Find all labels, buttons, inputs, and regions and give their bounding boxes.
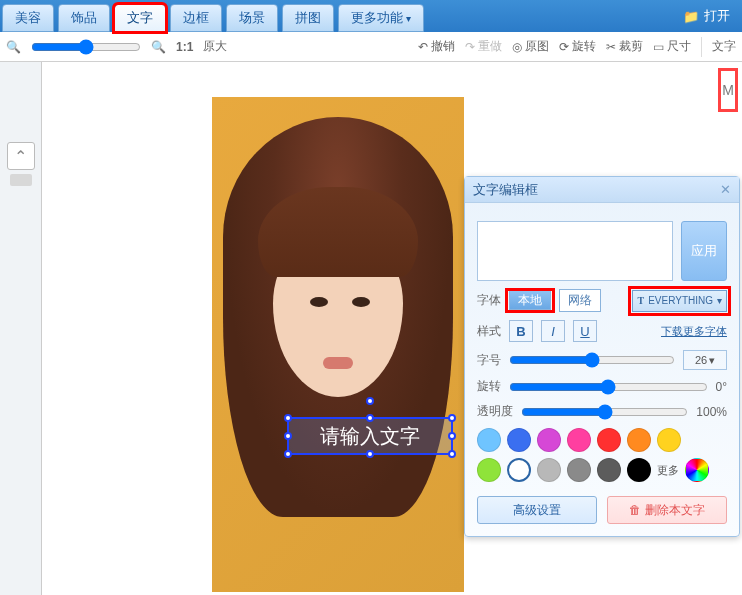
panel-title: 文字编辑框 [473,181,538,199]
handle-bm[interactable] [366,450,374,458]
font-label: 字体 [477,292,501,309]
tab-beauty[interactable]: 美容 [2,4,54,32]
handle-mr[interactable] [448,432,456,440]
zoom-in-icon[interactable]: 🔍 [151,40,166,54]
handle-tr[interactable] [448,414,456,422]
tab-text[interactable]: 文字 [114,4,166,32]
handle-ml[interactable] [284,432,292,440]
rotate-slider[interactable] [509,379,708,395]
color-swatch[interactable] [627,458,651,482]
advanced-button[interactable]: 高级设置 [477,496,597,524]
more-colors[interactable]: 更多 [657,458,679,482]
style-label: 样式 [477,323,501,340]
bold-button[interactable]: B [509,320,533,342]
font-dropdown[interactable]: T EVERYTHING ▾ [632,290,727,312]
chevron-down-icon: ▾ [717,295,722,306]
open-button[interactable]: 📁 打开 [671,0,742,32]
more-fonts-link[interactable]: 下载更多字体 [661,324,727,339]
color-swatch[interactable] [507,428,531,452]
crop-button[interactable]: ✂裁剪 [606,38,643,55]
text-input[interactable] [477,221,673,281]
handle-br[interactable] [448,450,456,458]
trash-icon: 🗑 [629,503,641,517]
close-icon[interactable]: ✕ [720,182,731,197]
color-swatch[interactable] [597,458,621,482]
undo-button[interactable]: ↶撤销 [418,38,455,55]
zoom-11[interactable]: 1:1 [176,40,193,54]
toolbar: 🔍 🔍 1:1 原大 ↶撤销 ↷重做 ◎原图 ⟳旋转 ✂裁剪 ▭尺寸 文字 [0,32,742,62]
color-swatch[interactable] [477,458,501,482]
handle-bl[interactable] [284,450,292,458]
color-swatches [477,428,727,452]
seg-network[interactable]: 网络 [559,289,601,312]
size-label: 字号 [477,352,501,369]
color-picker-icon[interactable] [685,458,709,482]
zoom-slider[interactable] [31,39,141,55]
color-swatch[interactable] [597,428,621,452]
top-tabs-bar: 美容 饰品 文字 边框 场景 拼图 更多功能▾ 📁 打开 [0,0,742,32]
text-edit-panel: 文字编辑框 ✕ 应用 字体 本地 网络 T EVERYTHING ▾ 样式 B … [464,176,740,537]
handle-tl[interactable] [284,414,292,422]
panel-thumb[interactable] [10,174,32,186]
zoom-original[interactable]: 原大 [203,38,227,55]
color-swatch[interactable] [567,458,591,482]
color-swatch[interactable] [477,428,501,452]
right-sidebar: M [718,62,742,162]
size-value[interactable]: 26▾ [683,350,727,370]
font-name: EVERYTHING [648,295,713,306]
color-swatch[interactable] [537,458,561,482]
tab-collage[interactable]: 拼图 [282,4,334,32]
rotate-button[interactable]: ⟳旋转 [559,38,596,55]
opacity-value: 100% [696,405,727,419]
text-selection-box[interactable]: 请输入文字 [287,417,453,455]
tab-accessory[interactable]: 饰品 [58,4,110,32]
handle-rotate[interactable] [366,397,374,405]
tab-scene[interactable]: 场景 [226,4,278,32]
italic-button[interactable]: I [541,320,565,342]
size-button[interactable]: ▭尺寸 [653,38,691,55]
left-panel: ⌃ [0,62,42,595]
zoom-out-icon[interactable]: 🔍 [6,40,21,54]
original-button[interactable]: ◎原图 [512,38,549,55]
seg-local[interactable]: 本地 [509,290,551,310]
panel-header[interactable]: 文字编辑框 ✕ [465,177,739,203]
opacity-label: 透明度 [477,403,513,420]
text-icon: T [637,295,644,306]
color-swatch[interactable] [627,428,651,452]
delete-text-button[interactable]: 🗑 删除本文字 [607,496,727,524]
color-swatches-2: 更多 [477,458,727,482]
underline-button[interactable]: U [573,320,597,342]
color-swatch[interactable] [507,458,531,482]
color-swatch[interactable] [567,428,591,452]
rotate-value: 0° [716,380,727,394]
panel-collapse-icon[interactable]: ⌃ [7,142,35,170]
folder-icon: 📁 [683,9,699,24]
right-tab-text[interactable]: 文字 [712,38,736,55]
open-label: 打开 [704,7,730,25]
handle-tm[interactable] [366,414,374,422]
tab-more[interactable]: 更多功能▾ [338,4,424,32]
opacity-slider[interactable] [521,404,688,420]
font-source-wrap: 本地 [509,292,551,309]
apply-button[interactable]: 应用 [681,221,727,281]
m-thumbnail[interactable]: M [718,68,738,112]
color-swatch[interactable] [657,428,681,452]
photo[interactable] [212,97,464,592]
redo-button[interactable]: ↷重做 [465,38,502,55]
color-swatch[interactable] [537,428,561,452]
rotate-label: 旋转 [477,378,501,395]
chevron-down-icon: ▾ [406,13,411,24]
size-slider[interactable] [509,352,675,368]
tab-border[interactable]: 边框 [170,4,222,32]
text-placeholder: 请输入文字 [320,423,420,450]
